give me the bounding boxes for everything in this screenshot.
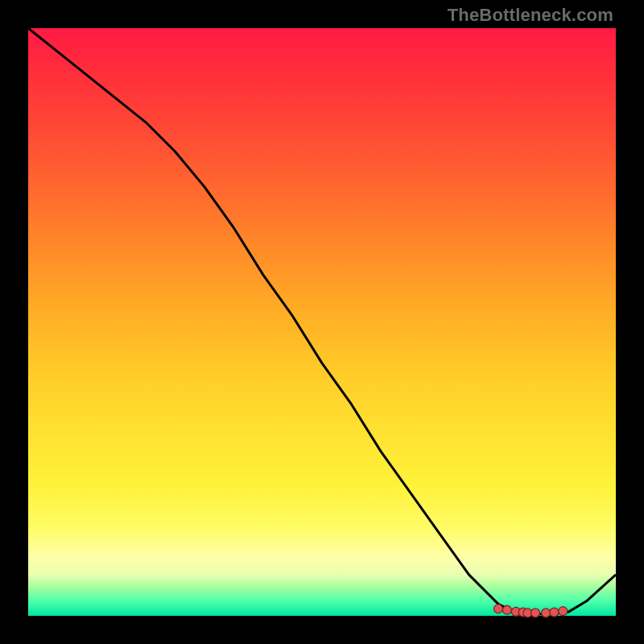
marker-dot: [559, 607, 568, 616]
bottleneck-curve-line: [28, 28, 616, 614]
marker-dot: [531, 609, 540, 617]
marker-dot: [550, 608, 559, 617]
chart-frame: TheBottleneck.com: [0, 0, 644, 644]
attribution-text: TheBottleneck.com: [448, 5, 613, 26]
chart-overlay: [28, 28, 616, 616]
marker-dot: [542, 609, 551, 617]
optimal-zone-markers: [494, 605, 568, 617]
marker-dot: [494, 605, 503, 613]
marker-dot: [502, 605, 511, 614]
